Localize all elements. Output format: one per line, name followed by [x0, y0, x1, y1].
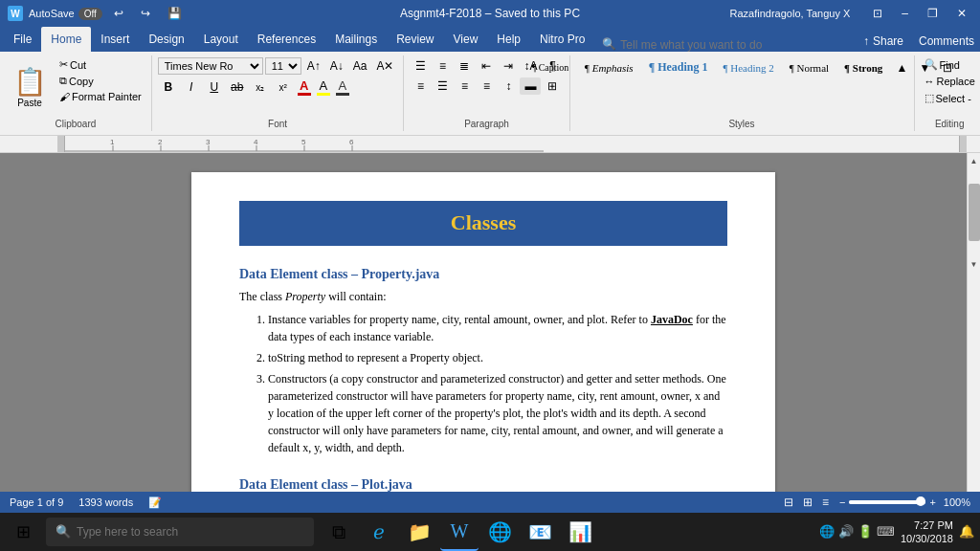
- change-case-btn[interactable]: Aa: [349, 57, 371, 75]
- ribbon-expand-btn[interactable]: ⊡: [867, 5, 888, 22]
- taskbar-search-bar[interactable]: 🔍: [46, 518, 314, 546]
- font-size-select[interactable]: 11: [265, 57, 301, 75]
- indent-inc-btn[interactable]: ⇥: [498, 57, 519, 75]
- highlight-btn[interactable]: A: [315, 77, 332, 97]
- maximize-btn[interactable]: ❐: [922, 5, 944, 22]
- taskbar-app-edge[interactable]: ℯ: [360, 513, 398, 551]
- line-spacing-btn[interactable]: ↕: [498, 77, 519, 95]
- taskbar-app-task-view[interactable]: ⧉: [320, 513, 358, 551]
- zoom-slider: − + 100%: [839, 496, 970, 508]
- find-btn[interactable]: 🔍 Find: [921, 57, 979, 72]
- taskbar: ⊞ 🔍 ⧉ ℯ 📁 W 🌐 📧 📊 🌐 🔊 🔋: [0, 513, 980, 551]
- autosave-toggle[interactable]: Off: [78, 9, 102, 19]
- zoom-level: 100%: [944, 496, 970, 508]
- tab-nitro[interactable]: Nitro Pro: [530, 27, 594, 52]
- taskbar-app-app5[interactable]: 📧: [521, 513, 559, 551]
- zoom-thumb[interactable]: [916, 496, 925, 506]
- taskbar-app-app6[interactable]: 📊: [561, 513, 599, 551]
- style-normal[interactable]: ¶ Normal: [783, 59, 835, 77]
- subscript-btn[interactable]: x₂: [250, 80, 271, 95]
- indent-dec-btn[interactable]: ⇤: [476, 57, 497, 75]
- share-btn[interactable]: ↑Share: [854, 31, 913, 52]
- zoom-out-btn[interactable]: −: [839, 496, 845, 508]
- align-right-btn[interactable]: ≡: [454, 77, 475, 95]
- comments-btn[interactable]: Comments: [913, 31, 980, 52]
- cut-btn[interactable]: ✂ Cut: [56, 57, 145, 72]
- save-btn[interactable]: 💾: [162, 5, 188, 22]
- svg-text:1: 1: [110, 138, 115, 146]
- page-title-banner: Classes: [239, 201, 727, 246]
- minimize-btn[interactable]: –: [896, 5, 914, 22]
- time-display: 7:27 PM: [901, 518, 953, 532]
- tab-home[interactable]: Home: [41, 27, 91, 52]
- italic-btn[interactable]: I: [181, 78, 202, 96]
- start-button[interactable]: ⊞: [6, 515, 40, 549]
- tab-help[interactable]: Help: [487, 27, 530, 52]
- web-layout-btn[interactable]: ⊞: [800, 495, 815, 510]
- section1-item1: Instance variables for property name, ci…: [268, 311, 727, 345]
- font-grow-btn[interactable]: A↑: [303, 57, 324, 75]
- align-center-btn[interactable]: ☰: [432, 77, 453, 95]
- section1-heading: Data Element class – Property.java: [239, 265, 727, 284]
- tab-layout[interactable]: Layout: [194, 27, 248, 52]
- bold-btn[interactable]: B: [158, 78, 179, 96]
- format-painter-btn[interactable]: 🖌 Format Painter: [56, 90, 145, 103]
- style-caption[interactable]: ¶ Caption: [525, 59, 576, 76]
- shading-btn[interactable]: A: [334, 77, 351, 97]
- search-input[interactable]: [77, 525, 304, 539]
- section1-block: Data Element class – Property.java The c…: [239, 265, 727, 456]
- font-shrink-btn[interactable]: A↓: [326, 57, 347, 75]
- javadoc-link[interactable]: JavaDoc: [651, 313, 693, 326]
- scroll-down-btn[interactable]: ▼: [968, 256, 980, 272]
- scroll-thumb[interactable]: [969, 184, 980, 241]
- redo-btn[interactable]: ↪: [135, 5, 156, 22]
- font-family-select[interactable]: Times New Ro: [158, 57, 263, 75]
- tab-mailings[interactable]: Mailings: [325, 27, 387, 52]
- bullets-btn[interactable]: ☰: [410, 57, 431, 75]
- superscript-btn[interactable]: x²: [273, 80, 294, 95]
- tab-insert[interactable]: Insert: [91, 27, 139, 52]
- editing-label: Editing: [935, 119, 965, 129]
- taskbar-app-chrome[interactable]: 🌐: [480, 513, 519, 551]
- justify-btn[interactable]: ≡: [476, 77, 497, 95]
- undo-btn[interactable]: ↩: [108, 5, 129, 22]
- tab-review[interactable]: Review: [387, 27, 443, 52]
- tell-me-search[interactable]: [620, 38, 773, 52]
- read-mode-btn[interactable]: ≡: [819, 495, 832, 510]
- close-btn[interactable]: ✕: [951, 5, 972, 22]
- taskbar-app-explorer[interactable]: 📁: [400, 513, 438, 551]
- notification-btn[interactable]: 🔔: [959, 524, 974, 540]
- align-left-btn[interactable]: ≡: [410, 77, 431, 95]
- underline-btn[interactable]: U: [204, 78, 225, 96]
- scroll-up-btn[interactable]: ▲: [968, 153, 980, 168]
- styles-label: Styles: [728, 119, 754, 129]
- styles-scroll-up[interactable]: ▲: [891, 59, 912, 77]
- taskbar-app-word[interactable]: W: [440, 513, 479, 551]
- network-icon[interactable]: 🌐: [819, 524, 835, 540]
- section1-item3: Constructors (a copy constructor and par…: [268, 370, 727, 456]
- replace-btn[interactable]: ↔ Replace: [921, 75, 979, 88]
- clear-format-btn[interactable]: A✕: [372, 57, 397, 75]
- style-heading2[interactable]: ¶ Heading 2: [716, 59, 780, 77]
- numbering-btn[interactable]: ≡: [432, 57, 453, 75]
- copy-btn[interactable]: ⧉ Copy: [56, 74, 145, 88]
- tab-design[interactable]: Design: [139, 27, 193, 52]
- font-color-btn[interactable]: A: [296, 77, 313, 97]
- style-strong[interactable]: ¶ Strong: [837, 59, 889, 77]
- tab-references[interactable]: References: [248, 27, 325, 52]
- style-emphasis[interactable]: ¶ Emphasis: [577, 59, 639, 77]
- paste-btn[interactable]: 📋 Paste: [6, 57, 54, 117]
- style-heading1[interactable]: ¶ Heading 1: [642, 57, 715, 77]
- volume-icon[interactable]: 🔊: [838, 524, 854, 540]
- strikethrough-btn[interactable]: ab: [227, 78, 248, 96]
- keyboard-icon[interactable]: ⌨: [877, 524, 895, 540]
- battery-icon[interactable]: 🔋: [858, 524, 873, 540]
- tab-view[interactable]: View: [444, 27, 488, 52]
- print-layout-btn[interactable]: ⊟: [781, 495, 796, 510]
- section1-list: Instance variables for property name, ci…: [268, 311, 727, 456]
- multi-list-btn[interactable]: ≣: [454, 57, 475, 75]
- select-btn[interactable]: ⬚ Select -: [921, 91, 979, 105]
- zoom-in-btn[interactable]: +: [929, 496, 935, 508]
- tab-file[interactable]: File: [4, 27, 41, 52]
- scrollbar[interactable]: ▲ ▼: [967, 153, 980, 492]
